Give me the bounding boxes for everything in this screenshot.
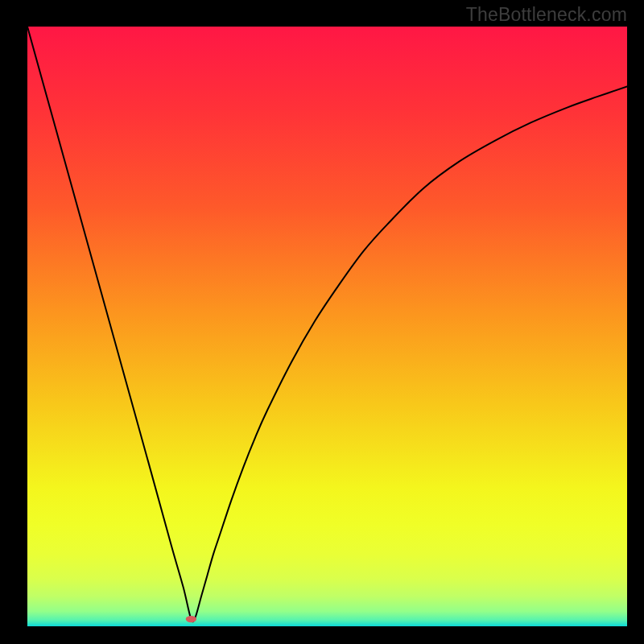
chart-svg: [27, 27, 627, 626]
optimum-marker: [186, 616, 196, 622]
plot-area: [27, 27, 627, 626]
gradient-background: [27, 27, 627, 626]
watermark-text: TheBottleneck.com: [466, 4, 627, 26]
chart-frame: TheBottleneck.com: [0, 0, 644, 644]
